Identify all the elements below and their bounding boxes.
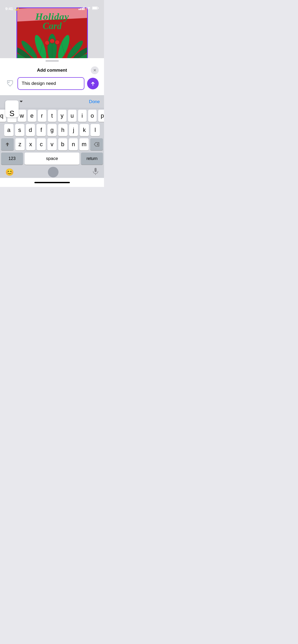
panel-header: Add comment ✕: [5, 68, 99, 73]
key-o[interactable]: o: [88, 110, 97, 122]
tag-icon: [5, 79, 15, 88]
scroll-handle-pill: [46, 60, 59, 62]
send-button[interactable]: [87, 78, 99, 89]
key-s[interactable]: s: [15, 124, 24, 136]
key-e[interactable]: e: [28, 110, 36, 122]
key-x[interactable]: x: [26, 138, 35, 150]
key-r[interactable]: r: [38, 110, 46, 122]
space-key[interactable]: space: [25, 153, 79, 165]
key-v[interactable]: v: [47, 138, 56, 150]
close-button[interactable]: ✕: [91, 66, 99, 74]
key-p[interactable]: p: [98, 110, 104, 122]
keyboard-row-3: z x c v b n m: [0, 137, 104, 151]
key-t[interactable]: t: [48, 110, 56, 122]
svg-rect-1: [93, 7, 97, 9]
comment-input-row: [5, 77, 99, 90]
key-s-active[interactable]: S: [7, 109, 16, 123]
key-g[interactable]: g: [47, 124, 57, 136]
key-h[interactable]: h: [58, 124, 67, 136]
moon-icon: 🌙: [15, 7, 19, 11]
key-d[interactable]: d: [26, 124, 35, 136]
key-a[interactable]: a: [4, 124, 13, 136]
key-c[interactable]: c: [37, 138, 46, 150]
status-time: 9:41: [5, 6, 13, 11]
add-comment-panel: Add comment ✕: [0, 63, 104, 95]
svg-point-16: [44, 40, 49, 45]
panel-title: Add comment: [37, 68, 67, 73]
svg-point-18: [55, 40, 59, 44]
comment-input-wrapper: [17, 77, 84, 90]
status-icons: [79, 6, 99, 11]
wifi-icon: [86, 6, 91, 11]
close-icon: ✕: [93, 68, 96, 72]
svg-text:Card: Card: [43, 21, 62, 31]
key-i[interactable]: i: [78, 110, 87, 122]
battery-icon: [92, 6, 99, 11]
keyboard-done-button[interactable]: Done: [89, 99, 100, 104]
key-z[interactable]: z: [15, 138, 24, 150]
signal-icon: [79, 7, 84, 10]
keyboard-row-2: a s d f g h j k l: [0, 123, 104, 137]
scroll-handle: [0, 58, 104, 63]
holiday-card: Holiday Card: [16, 7, 88, 58]
keyboard-emoji-row: 😊: [0, 166, 104, 178]
comment-input[interactable]: [17, 77, 84, 90]
keyboard: q S w e r t y u i o p a s d f g h j k l …: [0, 108, 104, 166]
svg-rect-2: [98, 7, 99, 9]
delete-key[interactable]: [90, 138, 103, 150]
status-bar: 9:41 🌙: [0, 0, 104, 13]
keyboard-row-1: q S w e r t y u i o p: [0, 108, 104, 123]
key-w[interactable]: w: [18, 110, 26, 122]
shift-key[interactable]: [1, 138, 14, 150]
key-u[interactable]: u: [68, 110, 76, 122]
mic-button[interactable]: [92, 168, 99, 177]
number-key[interactable]: 123: [1, 153, 23, 165]
key-m[interactable]: m: [79, 138, 88, 150]
key-f[interactable]: f: [37, 124, 46, 136]
keyboard-mic-drag: [48, 167, 58, 177]
keyboard-row-4: 123 space return: [0, 151, 104, 166]
home-area: [0, 178, 104, 187]
key-n[interactable]: n: [69, 138, 78, 150]
svg-rect-25: [94, 168, 97, 172]
home-indicator: [34, 182, 70, 183]
key-b[interactable]: b: [58, 138, 67, 150]
return-key[interactable]: return: [81, 153, 103, 165]
key-k[interactable]: k: [80, 124, 89, 136]
key-y[interactable]: y: [58, 110, 66, 122]
key-j[interactable]: j: [69, 124, 78, 136]
emoji-button[interactable]: 😊: [5, 168, 14, 176]
key-l[interactable]: l: [91, 124, 100, 136]
